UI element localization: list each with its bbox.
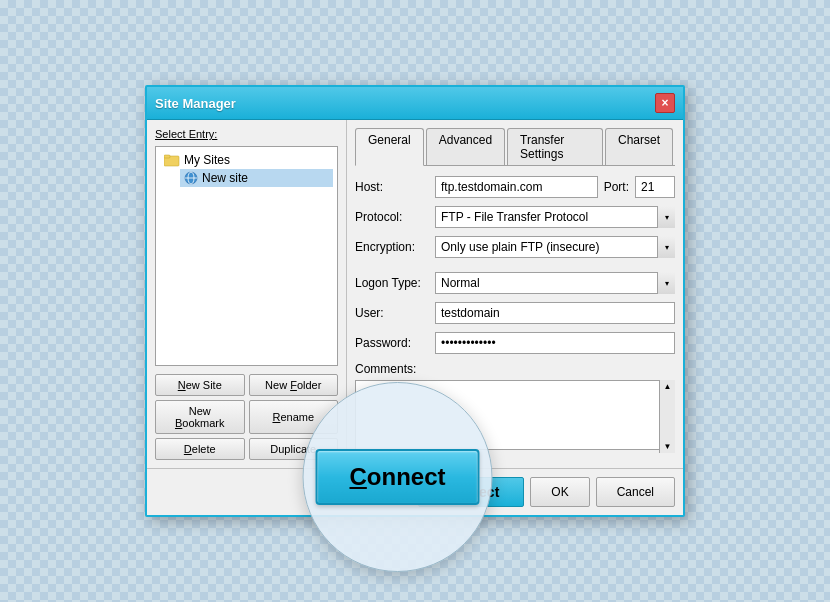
titlebar: Site Manager × (147, 87, 683, 120)
logon-type-row: Logon Type: Normal ▾ (355, 272, 675, 294)
new-folder-label: older (297, 379, 321, 391)
user-row: User: (355, 302, 675, 324)
encryption-select[interactable]: Only use plain FTP (insecure) (435, 236, 675, 258)
host-label: Host: (355, 180, 435, 194)
magnify-overlay: Connect (303, 382, 493, 572)
tabs-container: General Advanced Transfer Settings Chars… (355, 128, 675, 166)
select-entry-label: Select Entry: (155, 128, 338, 140)
svg-rect-1 (164, 155, 170, 158)
magnify-connect-button[interactable]: Connect (315, 449, 479, 505)
delete-button[interactable]: Delete (155, 438, 245, 460)
tree-child-item[interactable]: New site (180, 169, 333, 187)
user-label: User: (355, 306, 435, 320)
comments-scrollbar: ▲ ▼ (659, 380, 675, 453)
logon-type-select-wrapper: Normal ▾ (435, 272, 675, 294)
tree-child-label: New site (202, 171, 248, 185)
rename-label: ename (280, 411, 314, 423)
dialog-container: Site Manager × Select Entry: My Sites (145, 85, 685, 517)
protocol-select[interactable]: FTP - File Transfer Protocol (435, 206, 675, 228)
protocol-row: Protocol: FTP - File Transfer Protocol ▾ (355, 206, 675, 228)
new-site-label: ew Site (186, 379, 222, 391)
tree-root-item[interactable]: My Sites (160, 151, 333, 169)
logon-type-label: Logon Type: (355, 276, 435, 290)
tree-container[interactable]: My Sites New site (155, 146, 338, 366)
host-port-row: Port: (435, 176, 675, 198)
password-label: Password: (355, 336, 435, 350)
site-icon (184, 171, 198, 185)
host-row: Host: Port: (355, 176, 675, 198)
ok-label: OK (551, 485, 568, 499)
logon-type-select[interactable]: Normal (435, 272, 675, 294)
delete-label: elete (192, 443, 216, 455)
scroll-up-icon: ▲ (664, 382, 672, 391)
new-folder-button[interactable]: New Folder (249, 374, 339, 396)
cancel-label: Cancel (617, 485, 654, 499)
new-bookmark-button[interactable]: New Bookmark (155, 400, 245, 434)
encryption-label: Encryption: (355, 240, 435, 254)
tab-advanced[interactable]: Advanced (426, 128, 505, 165)
tab-charset[interactable]: Charset (605, 128, 673, 165)
encryption-row: Encryption: Only use plain FTP (insecure… (355, 236, 675, 258)
password-row: Password: (355, 332, 675, 354)
tab-general[interactable]: General (355, 128, 424, 166)
dialog-title: Site Manager (155, 96, 236, 111)
password-input[interactable] (435, 332, 675, 354)
cancel-button[interactable]: Cancel (596, 477, 675, 507)
host-input[interactable] (435, 176, 598, 198)
protocol-select-wrapper: FTP - File Transfer Protocol ▾ (435, 206, 675, 228)
tree-root-label: My Sites (184, 153, 230, 167)
ok-button[interactable]: OK (530, 477, 589, 507)
comments-label: Comments: (355, 362, 675, 376)
close-button[interactable]: × (655, 93, 675, 113)
port-input[interactable] (635, 176, 675, 198)
left-panel: Select Entry: My Sites (147, 120, 347, 468)
scroll-down-icon: ▼ (664, 442, 672, 451)
user-input[interactable] (435, 302, 675, 324)
new-site-button[interactable]: New Site (155, 374, 245, 396)
magnify-connect-label: onnect (367, 463, 446, 490)
protocol-label: Protocol: (355, 210, 435, 224)
folder-icon (164, 153, 180, 167)
tab-transfer-settings[interactable]: Transfer Settings (507, 128, 603, 165)
new-bookmark-label: ookmark (182, 417, 224, 429)
encryption-select-wrapper: Only use plain FTP (insecure) ▾ (435, 236, 675, 258)
port-label: Port: (604, 180, 629, 194)
